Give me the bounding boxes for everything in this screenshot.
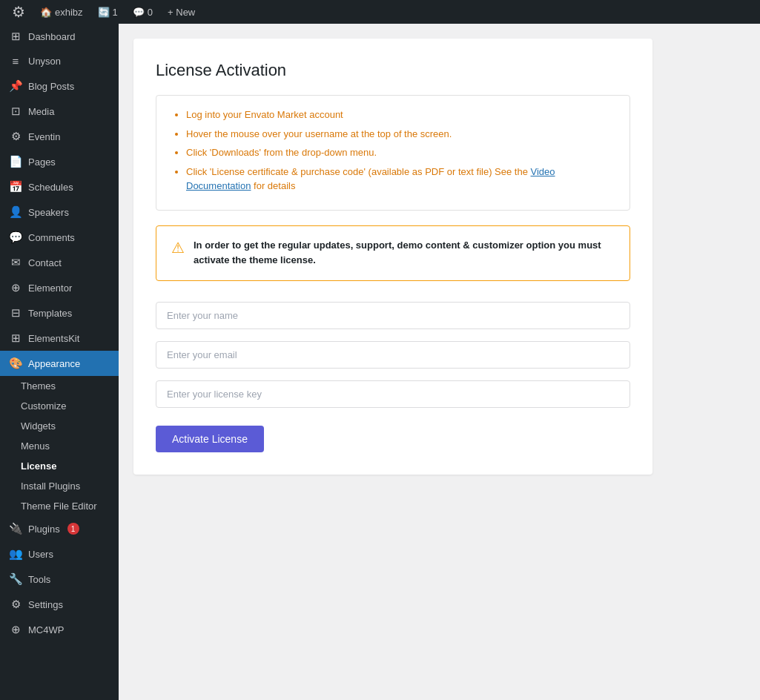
media-icon: ⊡ [9, 105, 22, 118]
info-item-3: Click 'Downloads' from the drop-down men… [186, 145, 615, 160]
license-field-group [156, 380, 630, 408]
sidebar-item-templates[interactable]: ⊟ Templates [0, 300, 119, 326]
page-title: License Activation [156, 61, 630, 80]
submenu-item-license[interactable]: License [0, 456, 119, 476]
sidebar-item-appearance[interactable]: 🎨 Appearance [0, 351, 119, 376]
elementskit-icon: ⊞ [9, 331, 22, 345]
sidebar-item-elementskit[interactable]: ⊞ ElementsKit [0, 326, 119, 351]
license-key-input[interactable] [156, 380, 630, 408]
comments-icon: 💬 [9, 231, 22, 244]
sidebar-item-pages[interactable]: 📄 Pages [0, 149, 119, 174]
submenu-item-menus[interactable]: Menus [0, 436, 119, 456]
content-area: License Activation Log into your Envato … [119, 24, 760, 700]
info-item-2: Hover the mouse over your username at th… [186, 127, 615, 142]
info-item-4: Click 'License certificate & purchase co… [186, 165, 615, 194]
adminbar-comments[interactable]: 💬 0 [127, 0, 159, 24]
submenu-item-widgets[interactable]: Widgets [0, 416, 119, 436]
sidebar-item-speakers[interactable]: 👤 Speakers [0, 199, 119, 225]
adminbar-new[interactable]: + New [162, 0, 201, 24]
activate-license-button[interactable]: Activate License [156, 426, 264, 452]
elementor-icon: ⊕ [9, 281, 22, 294]
sidebar-item-users[interactable]: 👥 Users [0, 541, 119, 567]
sidebar-item-unyson[interactable]: ≡ Unyson [0, 49, 119, 73]
users-icon: 👥 [9, 547, 22, 561]
warning-text: In order to get the regular updates, sup… [194, 238, 615, 269]
submenu-item-theme-file-editor[interactable]: Theme File Editor [0, 496, 119, 516]
name-input[interactable] [156, 302, 630, 329]
submenu-item-customize[interactable]: Customize [0, 396, 119, 416]
mc4wp-icon: ⊕ [9, 623, 22, 636]
email-input[interactable] [156, 341, 630, 369]
active-indicator [116, 351, 119, 376]
pages-icon: 📄 [9, 155, 22, 168]
warning-icon: ⚠ [171, 239, 185, 257]
tools-icon: 🔧 [9, 572, 22, 586]
speakers-icon: 👤 [9, 205, 22, 219]
unyson-icon: ≡ [9, 55, 22, 67]
sidebar-item-elementor[interactable]: ⊕ Elementor [0, 275, 119, 300]
blog-posts-icon: 📌 [9, 79, 22, 93]
schedules-icon: 📅 [9, 180, 22, 194]
dashboard-icon: ⊞ [9, 30, 22, 43]
submenu-item-install-plugins[interactable]: Install Plugins [0, 476, 119, 496]
sidebar-item-blog-posts[interactable]: 📌 Blog Posts [0, 73, 119, 99]
appearance-submenu: Themes Customize Widgets Menus License I… [0, 376, 119, 516]
eventin-icon: ⚙ [9, 130, 22, 143]
appearance-icon: 🎨 [9, 357, 22, 370]
plugins-icon: 🔌 [9, 522, 22, 535]
license-card: License Activation Log into your Envato … [133, 39, 652, 475]
name-field-group [156, 302, 630, 329]
adminbar-updates[interactable]: 🔄 1 [92, 0, 124, 24]
sidebar-item-settings[interactable]: ⚙ Settings [0, 592, 119, 617]
sidebar-item-media[interactable]: ⊡ Media [0, 99, 119, 124]
info-box: Log into your Envato Market account Hove… [156, 95, 630, 211]
sidebar-item-tools[interactable]: 🔧 Tools [0, 567, 119, 592]
sidebar-item-dashboard[interactable]: ⊞ Dashboard [0, 24, 119, 49]
sidebar-item-eventin[interactable]: ⚙ Eventin [0, 124, 119, 149]
settings-icon: ⚙ [9, 598, 22, 611]
adminbar-site[interactable]: 🏠 exhibz [34, 0, 89, 24]
plugins-badge: 1 [67, 523, 79, 535]
admin-bar: ⚙ 🏠 exhibz 🔄 1 💬 0 + New [0, 0, 760, 24]
sidebar-item-comments[interactable]: 💬 Comments [0, 225, 119, 250]
submenu-item-themes[interactable]: Themes [0, 376, 119, 396]
sidebar-item-schedules[interactable]: 📅 Schedules [0, 174, 119, 199]
templates-icon: ⊟ [9, 306, 22, 320]
info-item-1: Log into your Envato Market account [186, 108, 615, 122]
sidebar-item-mc4wp[interactable]: ⊕ MC4WP [0, 617, 119, 642]
warning-box: ⚠ In order to get the regular updates, s… [156, 225, 630, 282]
contact-icon: ✉ [9, 256, 22, 269]
sidebar-item-plugins[interactable]: 🔌 Plugins 1 [0, 516, 119, 541]
sidebar-item-contact[interactable]: ✉ Contact [0, 250, 119, 275]
email-field-group [156, 341, 630, 369]
sidebar: ⊞ Dashboard ≡ Unyson 📌 Blog Posts ⊡ Medi… [0, 24, 119, 700]
adminbar-logo[interactable]: ⚙ [6, 0, 31, 24]
